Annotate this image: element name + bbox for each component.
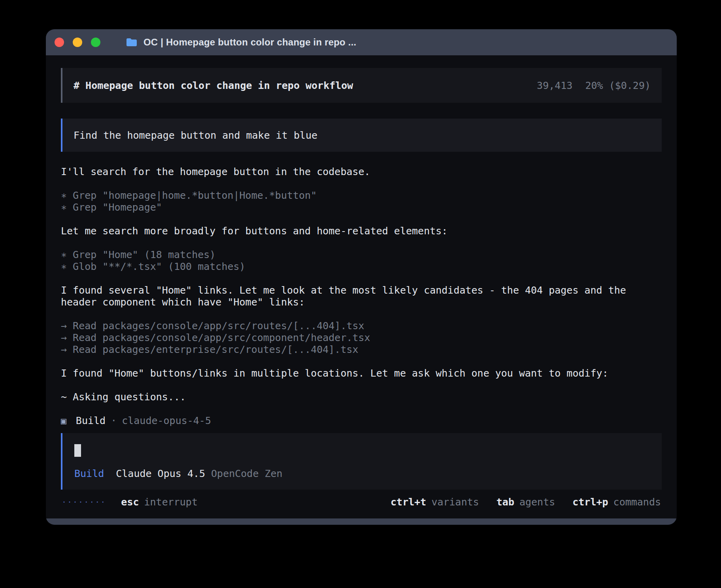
assistant-text-line: I'll search for the homepage button in t… (61, 166, 662, 178)
folder-icon (126, 38, 138, 47)
window-titlebar[interactable]: OC | Homepage button color change in rep… (46, 29, 677, 55)
window-title: OC | Homepage button color change in rep… (143, 37, 356, 48)
terminal-window: OC | Homepage button color change in rep… (46, 29, 677, 525)
blank-line (61, 379, 662, 391)
user-message-text: Find the homepage button and make it blu… (74, 130, 317, 141)
shortcut-variants: ctrl+t variants (391, 496, 479, 508)
session-content: # Homepage button color change in repo w… (46, 55, 677, 509)
text-cursor (74, 444, 81, 457)
blank-line (61, 178, 662, 190)
user-message: Find the homepage button and make it blu… (61, 119, 662, 152)
blank-line (61, 237, 662, 249)
agent-status-row: ▣ Build · claude-opus-4-5 (61, 415, 662, 427)
assistant-text-line: ~ Asking questions... (61, 391, 662, 403)
token-count: 39,413 (537, 80, 572, 91)
model-label: Claude Opus 4.5 (116, 468, 205, 479)
tool-call-line: ∗ Glob "**/*.tsx" (100 matches) (61, 261, 662, 273)
session-header: # Homepage button color change in repo w… (61, 68, 662, 103)
input-meta: Build Claude Opus 4.5 OpenCode Zen (74, 468, 650, 479)
tool-call-line: → Read packages/console/app/src/componen… (61, 332, 662, 344)
assistant-text-line: I found "Home" buttons/links in multiple… (61, 368, 662, 379)
window-title-group: OC | Homepage button color change in rep… (126, 37, 356, 48)
status-bar-right: ctrl+t variants tab agents ctrl+p comman… (373, 496, 661, 508)
context-usage: 20% ($0.29) (585, 80, 651, 91)
session-title: # Homepage button color change in repo w… (74, 80, 353, 91)
zoom-button[interactable] (91, 38, 100, 47)
blank-line (61, 273, 662, 285)
status-separator: · (111, 415, 117, 427)
shortcut-label: agents (519, 496, 555, 508)
blank-line (61, 356, 662, 368)
session-stats: 39,413 20% ($0.29) (537, 80, 651, 91)
assistant-text-line: I found several "Home" links. Let me loo… (61, 285, 662, 308)
assistant-transcript: I'll search for the homepage button in t… (61, 166, 662, 403)
agent-name: Build (76, 415, 106, 427)
shortcut-commands: ctrl+p commands (572, 496, 661, 508)
assistant-text-line: Let me search more broadly for buttons a… (61, 225, 662, 237)
agent-model: claude-opus-4-5 (122, 415, 211, 427)
tool-call-line: → Read packages/console/app/src/routes/[… (61, 320, 662, 332)
tool-call-line: ∗ Grep "Homepage" (61, 202, 662, 213)
blank-line (61, 308, 662, 320)
tool-call-line: ∗ Grep "homepage|home.*button|Home.*butt… (61, 190, 662, 202)
tool-call-line: ∗ Grep "Home" (18 matches) (61, 249, 662, 261)
shortcut-key: ctrl+t (391, 496, 426, 508)
agent-icon: ▣ (61, 415, 66, 427)
blank-line (61, 213, 662, 225)
tool-call-line: → Read packages/enterprise/src/routes/[.… (61, 344, 662, 356)
window-bottom-edge (46, 518, 677, 525)
status-bar-left: ········ esc interrupt (62, 496, 198, 508)
provider-label: OpenCode Zen (211, 468, 283, 479)
traffic-lights (55, 38, 100, 47)
shortcut-key: ctrl+p (572, 496, 608, 508)
shortcut-label: commands (613, 496, 661, 508)
shortcut-label: interrupt (144, 496, 197, 508)
prompt-input[interactable]: Build Claude Opus 4.5 OpenCode Zen (61, 433, 662, 490)
shortcut-interrupt: esc interrupt (121, 496, 198, 508)
spinner-dots: ········ (62, 497, 106, 507)
minimize-button[interactable] (73, 38, 82, 47)
mode-label: Build (74, 468, 104, 479)
close-button[interactable] (55, 38, 64, 47)
status-bar: ········ esc interrupt ctrl+t variants t… (61, 494, 662, 509)
shortcut-label: variants (431, 496, 479, 508)
shortcut-agents: tab agents (496, 496, 555, 508)
shortcut-key: tab (496, 496, 514, 508)
shortcut-key: esc (121, 496, 139, 508)
